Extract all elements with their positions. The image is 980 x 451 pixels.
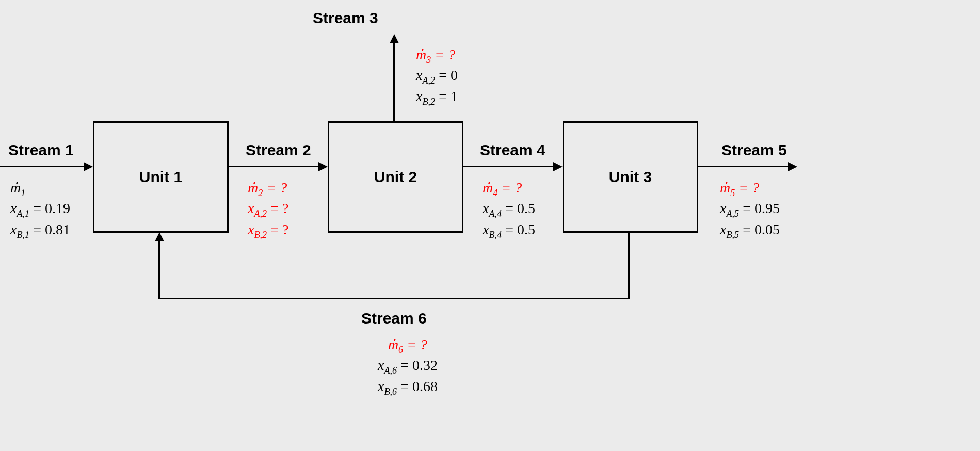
stream-5-xb: xB,5 = 0.05 — [720, 220, 780, 241]
stream-2-vars: m2 = ? xA,2 = ? xB,2 = ? — [248, 179, 288, 241]
stream-1-mdot: m1 — [10, 179, 70, 199]
stream-1-arrowhead — [84, 162, 93, 171]
stream-3-title: Stream 3 — [313, 9, 378, 27]
stream-4-title: Stream 4 — [480, 141, 545, 159]
stream-4-mdot: m4 = ? — [483, 179, 535, 199]
stream-3-line — [393, 42, 395, 121]
stream-2-title: Stream 2 — [246, 141, 311, 159]
stream-1-xa: xA,1 = 0.19 — [10, 199, 70, 220]
stream-4-vars: m4 = ? xA,4 = 0.5 xB,4 = 0.5 — [483, 179, 535, 241]
stream-3-xb: xB,2 = 1 — [416, 87, 458, 108]
stream-1-line — [0, 166, 86, 167]
stream-5-arrowhead — [788, 162, 797, 171]
stream-5-xa: xA,5 = 0.95 — [720, 199, 780, 220]
unit-3-label: Unit 3 — [609, 168, 652, 186]
stream-6-line-up — [158, 240, 160, 299]
stream-2-line — [227, 166, 320, 167]
stream-6-title: Stream 6 — [361, 310, 427, 327]
stream-5-vars: m5 = ? xA,5 = 0.95 xB,5 = 0.05 — [720, 179, 780, 241]
stream-3-mdot: m3 = ? — [416, 45, 458, 66]
stream-2-mdot: m2 = ? — [248, 179, 288, 199]
unit-1-label: Unit 1 — [139, 168, 182, 186]
stream-4-arrowhead — [553, 162, 563, 171]
stream-3-arrowhead — [390, 34, 399, 43]
stream-6-vars: m6 = ? xA,6 = 0.32 xB,6 = 0.68 — [356, 335, 459, 398]
stream-6-xb: xB,6 = 0.68 — [356, 377, 459, 398]
stream-4-xa: xA,4 = 0.5 — [483, 199, 535, 220]
stream-4-xb: xB,4 = 0.5 — [483, 220, 535, 241]
stream-5-mdot: m5 = ? — [720, 179, 780, 199]
stream-3-vars: m3 = ? xA,2 = 0 xB,2 = 1 — [416, 45, 458, 108]
stream-6-mdot: m6 = ? — [356, 335, 459, 356]
stream-2-xa: xA,2 = ? — [248, 199, 288, 220]
stream-6-line-down — [628, 231, 630, 299]
stream-6-arrowhead — [155, 232, 164, 241]
stream-2-xb: xB,2 = ? — [248, 220, 288, 241]
stream-2-arrowhead — [318, 162, 328, 171]
stream-3-xa: xA,2 = 0 — [416, 66, 458, 87]
stream-1-xb: xB,1 = 0.81 — [10, 220, 70, 241]
stream-5-line — [697, 166, 790, 167]
stream-5-title: Stream 5 — [721, 141, 787, 159]
unit-3-box: Unit 3 — [563, 121, 698, 233]
unit-2-box: Unit 2 — [328, 121, 463, 233]
stream-6-xa: xA,6 = 0.32 — [356, 356, 459, 377]
stream-4-line — [462, 166, 555, 167]
stream-1-vars: m1 xA,1 = 0.19 xB,1 = 0.81 — [10, 179, 70, 241]
unit-1-box: Unit 1 — [93, 121, 229, 233]
stream-1-title: Stream 1 — [8, 141, 74, 159]
unit-2-label: Unit 2 — [374, 168, 417, 186]
stream-6-line-horiz — [158, 298, 630, 299]
